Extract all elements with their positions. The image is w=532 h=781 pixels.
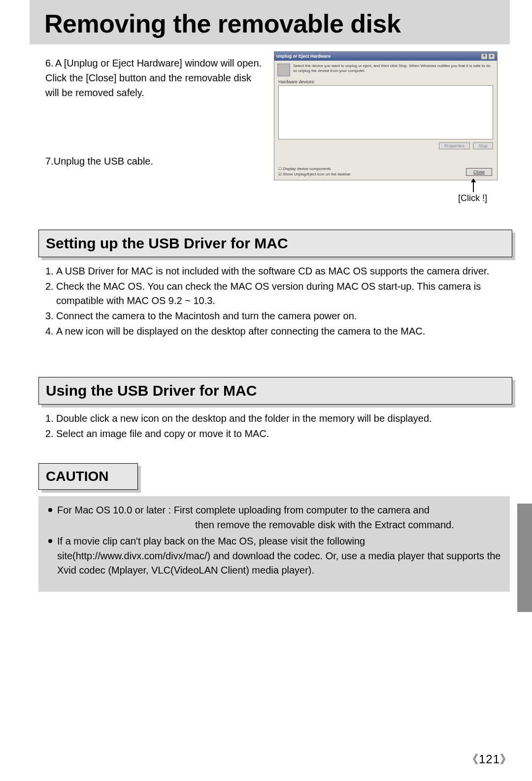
caution-body: For Mac OS 10.0 or later : First complet… bbox=[38, 496, 510, 592]
close-icon: × bbox=[488, 53, 495, 60]
click-annotation: [Click !] bbox=[458, 193, 487, 204]
list-number: 4. bbox=[45, 324, 56, 339]
page-number-value: 121 bbox=[479, 752, 500, 766]
dialog-title: Unplug or Eject Hardware bbox=[276, 54, 331, 59]
list-text: Check the MAC OS. You can check the MAC … bbox=[56, 279, 505, 308]
bullet-text-cont: then remove the removable disk with the … bbox=[57, 518, 501, 533]
unplug-dialog-screenshot: Unplug or Eject Hardware ?× Select the d… bbox=[274, 51, 498, 180]
list-number: 1. bbox=[45, 264, 56, 278]
section-header-using-mac: Using the USB Driver for MAC bbox=[38, 377, 512, 405]
list-text: Select an image file and copy or move it… bbox=[56, 427, 505, 441]
display-components-checkbox-label: Display device components bbox=[283, 167, 331, 171]
list-number: 3. bbox=[45, 309, 56, 323]
checkbox-area: ☐ Display device components ☑ Show Unplu… bbox=[278, 166, 351, 177]
list-text: Connect the camera to the Macintosh and … bbox=[56, 309, 505, 323]
list-number: 2. bbox=[45, 427, 56, 441]
list-text: A USB Driver for MAC is not included wit… bbox=[56, 264, 505, 278]
help-icon: ? bbox=[481, 53, 488, 60]
page-title: Removing the removable disk bbox=[44, 9, 400, 38]
show-icon-checkbox-label: Show Unplug/Eject icon on the taskbar bbox=[283, 172, 350, 176]
hardware-devices-label: Hardware devices: bbox=[274, 79, 497, 84]
step-text: Unplug the USB cable. bbox=[54, 156, 153, 167]
section-header-setup-mac: Setting up the USB Driver for MAC bbox=[38, 230, 512, 257]
dialog-titlebar: Unplug or Eject Hardware ?× bbox=[274, 52, 497, 61]
section2-body: 1.Double click a new icon on the desktop… bbox=[45, 411, 507, 442]
section1-body: 1.A USB Driver for MAC is not included w… bbox=[45, 264, 507, 340]
arrow-up-icon bbox=[473, 182, 474, 192]
list-text: Double click a new icon on the desktop a… bbox=[56, 411, 505, 426]
list-text: A new icon will be displayed on the desk… bbox=[56, 324, 505, 339]
step-6: 6.A [Unplug or Eject Hardware] window wi… bbox=[45, 56, 262, 100]
step-text: A [Unplug or Eject Hardware] window will… bbox=[45, 58, 262, 98]
bullet-text: If a movie clip can't play back on the M… bbox=[57, 536, 500, 576]
manual-page: Removing the removable disk 6.A [Unplug … bbox=[0, 0, 532, 781]
step-number: 6. bbox=[45, 56, 55, 70]
section-title: Using the USB Driver for MAC bbox=[38, 377, 512, 405]
side-index-tab bbox=[517, 504, 532, 612]
window-buttons: ?× bbox=[480, 53, 495, 60]
close-button: Close bbox=[466, 168, 492, 176]
stop-button: Stop bbox=[473, 142, 493, 149]
caution-bullet-1: For Mac OS 10.0 or later : First complet… bbox=[47, 503, 501, 532]
step-number: 7. bbox=[45, 156, 54, 167]
eject-icon bbox=[277, 64, 290, 76]
hardware-devices-list bbox=[278, 85, 493, 139]
dialog-description: Select the device you want to unplug or … bbox=[293, 64, 494, 76]
section-header-caution: CAUTION bbox=[38, 463, 138, 490]
list-number: 1. bbox=[45, 411, 56, 426]
bullet-text: For Mac OS 10.0 or later : First complet… bbox=[57, 505, 430, 515]
list-number: 2. bbox=[45, 279, 56, 294]
caution-bullet-2: If a movie clip can't play back on the M… bbox=[47, 534, 501, 578]
section-title: CAUTION bbox=[38, 463, 138, 490]
page-number: 《121》 bbox=[466, 751, 512, 767]
properties-button: Properties bbox=[439, 142, 470, 149]
section-title: Setting up the USB Driver for MAC bbox=[38, 230, 512, 257]
step-7: 7.Unplug the USB cable. bbox=[45, 156, 153, 167]
